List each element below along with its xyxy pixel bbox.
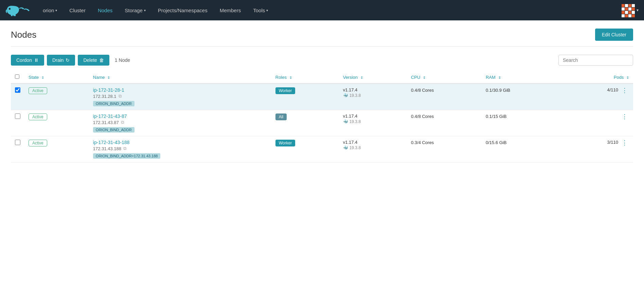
node-name-link[interactable]: ip-172-31-43-188 <box>93 140 129 145</box>
role-badge: Worker <box>275 87 295 94</box>
cordon-button[interactable]: Cordon ⏸ <box>11 55 44 66</box>
nav-tools[interactable]: Tools ▾ <box>248 5 273 16</box>
row-roles: Worker <box>271 136 339 162</box>
drain-button[interactable]: Drain ↻ <box>47 55 75 66</box>
row-checkbox-cell <box>11 84 24 110</box>
chevron-down-icon: ▾ <box>55 8 57 12</box>
table-body: Active ip-172-31-28-1 172.31.28.1 ⧉ ORIO… <box>11 84 633 162</box>
col-cpu[interactable]: CPU ⇕ <box>407 71 482 84</box>
docker-icon: 🐳 <box>343 145 348 150</box>
row-pods: ⋮ <box>560 110 633 136</box>
row-name-cell: ip-172-31-28-1 172.31.28.1 ⧉ ORION_BIND_… <box>89 84 271 110</box>
row-cpu: 0.3/4 Cores <box>407 136 482 162</box>
table-header: State ⇕ Name ⇕ Roles ⇕ Version ⇕ <box>11 71 633 84</box>
docker-icon: 🐳 <box>343 93 348 98</box>
main-content: Nodes Edit Cluster Cordon ⏸ Drain ↻ Dele… <box>0 20 644 171</box>
row-more-button[interactable]: ⋮ <box>620 87 629 93</box>
user-menu-caret[interactable]: ▾ <box>637 8 639 13</box>
col-name[interactable]: Name ⇕ <box>89 71 271 84</box>
pause-icon: ⏸ <box>34 57 39 63</box>
sort-icon: ⇕ <box>107 76 110 80</box>
row-checkbox[interactable] <box>15 87 20 93</box>
row-version: v1.17.4 🐳 19.3.8 <box>339 84 407 110</box>
table-row: Active ip-172-31-43-188 172.31.43.188 ⧉ … <box>11 136 633 162</box>
row-ram: 0/15.6 GiB <box>482 136 560 162</box>
row-state: Active <box>24 136 89 162</box>
chevron-down-icon: ▾ <box>144 8 146 12</box>
logo[interactable] <box>5 3 33 17</box>
nodes-table: State ⇕ Name ⇕ Roles ⇕ Version ⇕ <box>11 71 633 162</box>
nodes-table-wrapper: State ⇕ Name ⇕ Roles ⇕ Version ⇕ <box>11 71 633 162</box>
row-pods: 4/110 ⋮ <box>560 84 633 110</box>
refresh-icon: ↻ <box>66 57 70 63</box>
col-pods[interactable]: Pods ⇕ <box>560 71 633 84</box>
top-navigation: orion ▾ Cluster Nodes Storage ▾ Projects… <box>0 0 644 20</box>
node-ip: 172.31.28.1 ⧉ <box>93 93 267 99</box>
sort-icon: ⇕ <box>289 76 292 80</box>
row-pods: 3/110 ⋮ <box>560 136 633 162</box>
row-state: Active <box>24 84 89 110</box>
node-name-link[interactable]: ip-172-31-28-1 <box>93 87 124 93</box>
page-title: Nodes <box>11 30 36 40</box>
docker-icon: 🐳 <box>343 119 348 124</box>
row-state: Active <box>24 110 89 136</box>
row-ram: 0.1/15 GiB <box>482 110 560 136</box>
col-version[interactable]: Version ⇕ <box>339 71 407 84</box>
delete-button[interactable]: Delete 🗑 <box>78 55 109 66</box>
status-badge: Active <box>29 140 47 146</box>
search-input[interactable] <box>558 55 633 66</box>
sort-icon: ⇕ <box>626 76 629 80</box>
page-header: Nodes Edit Cluster <box>11 29 633 47</box>
role-badge: Worker <box>275 140 295 146</box>
node-tag: ORION_BIND_ADDR <box>93 125 267 133</box>
sort-icon: ⇕ <box>41 76 44 80</box>
row-checkbox[interactable] <box>15 140 20 145</box>
select-all-header[interactable] <box>11 71 24 84</box>
status-badge: Active <box>29 113 47 120</box>
table-row: Active ip-172-31-28-1 172.31.28.1 ⧉ ORIO… <box>11 84 633 110</box>
copy-icon[interactable]: ⧉ <box>119 93 122 99</box>
nodes-toolbar: Cordon ⏸ Drain ↻ Delete 🗑 1 Node <box>11 55 633 66</box>
nav-cluster[interactable]: Cluster <box>65 5 90 16</box>
sort-icon: ⇕ <box>423 76 426 80</box>
node-ip: 172.31.43.188 ⧉ <box>93 146 267 151</box>
nav-projects-namespaces[interactable]: Projects/Namespaces <box>153 5 212 16</box>
copy-icon[interactable]: ⧉ <box>121 120 124 125</box>
nav-storage[interactable]: Storage ▾ <box>120 5 150 16</box>
node-count: 1 Node <box>115 57 130 63</box>
copy-icon[interactable]: ⧉ <box>123 146 126 151</box>
nav-nodes[interactable]: Nodes <box>93 5 117 16</box>
nav-members[interactable]: Members <box>215 5 246 16</box>
sort-icon: ⇕ <box>360 76 363 80</box>
row-more-button[interactable]: ⋮ <box>620 140 629 146</box>
row-checkbox-cell <box>11 136 24 162</box>
row-roles: All <box>271 110 339 136</box>
table-row: Active ip-172-31-43-87 172.31.43.87 ⧉ OR… <box>11 110 633 136</box>
node-name-link[interactable]: ip-172-31-43-87 <box>93 113 127 119</box>
row-roles: Worker <box>271 84 339 110</box>
sort-icon: ⇕ <box>498 76 501 80</box>
nav-orion[interactable]: orion ▾ <box>38 5 62 16</box>
svg-point-0 <box>9 8 11 10</box>
row-version: v1.17.4 🐳 19.3.8 <box>339 110 407 136</box>
col-roles[interactable]: Roles ⇕ <box>271 71 339 84</box>
row-version: v1.17.4 🐳 19.3.8 <box>339 136 407 162</box>
edit-cluster-button[interactable]: Edit Cluster <box>595 29 633 41</box>
status-badge: Active <box>29 87 47 94</box>
row-more-button[interactable]: ⋮ <box>620 113 629 120</box>
row-cpu: 0.4/8 Cores <box>407 84 482 110</box>
rancher-icon[interactable] <box>622 4 634 16</box>
chevron-down-icon: ▾ <box>266 8 268 12</box>
row-cpu: 0.4/8 Cores <box>407 110 482 136</box>
node-tag: ORION_BIND_ADDR <box>93 99 267 106</box>
row-name-cell: ip-172-31-43-87 172.31.43.87 ⧉ ORION_BIN… <box>89 110 271 136</box>
row-ram: 0.1/30.9 GiB <box>482 84 560 110</box>
trash-icon: 🗑 <box>99 57 104 63</box>
row-checkbox[interactable] <box>15 113 20 119</box>
col-ram[interactable]: RAM ⇕ <box>482 71 560 84</box>
row-name-cell: ip-172-31-43-188 172.31.43.188 ⧉ ORION_B… <box>89 136 271 162</box>
col-state[interactable]: State ⇕ <box>24 71 89 84</box>
node-ip: 172.31.43.87 ⧉ <box>93 120 267 125</box>
node-tag: ORION_BIND_ADDR=172.31.43.188 <box>93 151 267 159</box>
select-all-checkbox[interactable] <box>15 74 19 79</box>
